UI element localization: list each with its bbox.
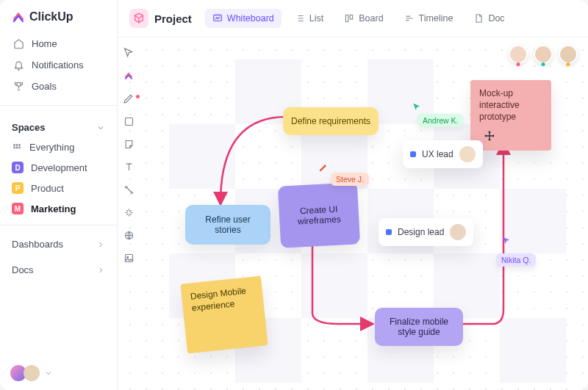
clickup-logo-icon: [12, 10, 25, 24]
project-chip[interactable]: Project: [129, 9, 192, 28]
presence-avatar[interactable]: [509, 45, 528, 64]
tool-clickup[interactable]: [122, 69, 135, 82]
tab-label: Whiteboard: [227, 13, 274, 24]
active-dot: [136, 95, 140, 98]
tab-doc[interactable]: Doc: [466, 9, 512, 28]
svg-rect-13: [125, 254, 132, 261]
sticky-text: Design Mobile experience: [190, 286, 246, 314]
brand-name: ClickUp: [29, 10, 74, 24]
tab-timeline[interactable]: Timeline: [397, 9, 461, 28]
spaces-header[interactable]: Spaces: [0, 112, 117, 137]
nav-notifications[interactable]: Notifications: [6, 55, 111, 75]
brand-logo: ClickUp: [0, 0, 117, 31]
svg-point-1: [16, 144, 18, 145]
presence-avatar[interactable]: [559, 45, 578, 64]
divider: [0, 225, 117, 225]
section-label: Docs: [12, 264, 34, 275]
card-finalize-style-guide[interactable]: Finalize mobile style guide: [375, 308, 463, 346]
tag-text: Nikita Q.: [501, 256, 531, 264]
nav-dashboards[interactable]: Dashboards: [0, 231, 117, 257]
trophy-icon: [13, 81, 24, 92]
tool-web[interactable]: [122, 228, 135, 242]
main-area: Project Whiteboard List Board Timeline D…: [118, 0, 588, 390]
cursor-pointer-icon: [501, 236, 512, 246]
clickup-mini-icon: [123, 70, 135, 82]
globe-icon: [123, 230, 135, 241]
space-marketing[interactable]: M Marketing: [0, 198, 117, 219]
tool-shape[interactable]: [122, 115, 135, 128]
svg-rect-7: [346, 15, 349, 21]
cursor-icon: [123, 47, 135, 59]
card-define-requirements[interactable]: Define requirements: [283, 107, 379, 135]
bell-icon: [13, 59, 24, 71]
grid-dots-icon: [12, 142, 22, 153]
svg-point-11: [131, 192, 133, 194]
sticky-text: Mock-up interactive prototype: [479, 88, 520, 122]
move-icon: [484, 130, 495, 142]
topbar: Project Whiteboard List Board Timeline D…: [118, 0, 588, 37]
card-text: Create UI wireframes: [286, 203, 351, 228]
tool-magic[interactable]: [122, 206, 135, 219]
sidebar: ClickUp Home Notifications Goals Spaces …: [0, 0, 118, 390]
image-icon: [123, 253, 135, 264]
tool-select[interactable]: [122, 46, 135, 59]
divider: [0, 105, 117, 106]
tab-board[interactable]: Board: [337, 9, 390, 28]
home-icon: [13, 38, 24, 49]
tag-text: Steve J.: [336, 175, 364, 184]
project-title: Project: [154, 12, 192, 25]
tab-whiteboard[interactable]: Whiteboard: [205, 9, 282, 28]
tool-image[interactable]: [122, 251, 135, 264]
list-icon: [295, 13, 305, 24]
card-text: Define requirements: [291, 116, 370, 126]
nav-label: Home: [32, 38, 57, 49]
card-text: Finalize mobile style guide: [382, 317, 456, 337]
svg-point-0: [14, 144, 15, 145]
section-label: Dashboards: [12, 239, 63, 250]
whiteboard-toolbox: [119, 42, 138, 269]
tool-text[interactable]: [122, 160, 135, 173]
sidebar-footer: [0, 356, 117, 390]
tab-label: Board: [359, 13, 383, 24]
space-label: Everything: [29, 142, 74, 153]
card-create-wireframes[interactable]: Create UI wireframes: [278, 182, 360, 248]
space-badge: D: [12, 162, 24, 173]
square-icon: [123, 116, 135, 127]
space-badge: P: [12, 182, 24, 194]
svg-point-5: [19, 147, 21, 148]
tool-pen[interactable]: [122, 92, 135, 105]
nav-label: Notifications: [32, 59, 84, 71]
nav-goals[interactable]: Goals: [6, 76, 111, 96]
tool-sticky[interactable]: [122, 137, 135, 151]
tag-text: Andrew K.: [423, 116, 458, 125]
card-refine-user-stories[interactable]: Refine user stories: [185, 205, 270, 245]
cursor-tag-andrew: Andrew K.: [417, 114, 463, 127]
chip-design-lead[interactable]: Design lead: [379, 218, 473, 246]
tab-label: Doc: [488, 13, 504, 24]
chip-label: Design lead: [398, 227, 444, 237]
cursor-pointer-icon: [412, 102, 422, 112]
whiteboard-canvas[interactable]: Define requirements Refine user stories …: [118, 37, 588, 390]
tab-list[interactable]: List: [287, 9, 331, 28]
sticky-mockup-prototype[interactable]: Mock-up interactive prototype: [470, 80, 551, 151]
user-avatar[interactable]: [24, 365, 40, 381]
nav-label: Goals: [32, 81, 57, 92]
nav-docs[interactable]: Docs: [0, 257, 117, 283]
connector-icon: [123, 184, 135, 195]
sticky-design-mobile[interactable]: Design Mobile experience: [180, 276, 268, 354]
chip-ux-lead[interactable]: UX lead: [403, 140, 483, 168]
space-development[interactable]: D Development: [0, 157, 117, 178]
space-label: Marketing: [31, 203, 76, 214]
presence-avatar[interactable]: [534, 45, 553, 64]
svg-point-10: [125, 186, 127, 188]
svg-point-3: [14, 147, 15, 148]
status-dot: [410, 151, 416, 157]
space-everything[interactable]: Everything: [0, 137, 117, 157]
space-product[interactable]: P Product: [0, 178, 117, 198]
chevron-right-icon: [96, 240, 105, 249]
tool-connector[interactable]: [122, 183, 135, 196]
svg-point-14: [126, 256, 128, 258]
pencil-icon: [318, 162, 329, 173]
nav-home[interactable]: Home: [6, 34, 111, 54]
card-text: Refine user stories: [193, 214, 263, 235]
